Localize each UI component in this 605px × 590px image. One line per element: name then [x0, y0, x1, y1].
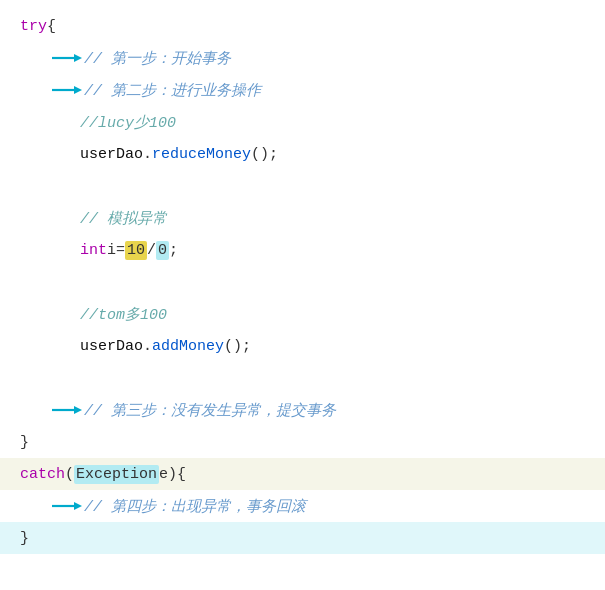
code-token: //tom多100	[80, 305, 167, 324]
line-blank2	[0, 266, 605, 298]
line-int: int i= 10/0;	[0, 234, 605, 266]
code-token: }	[20, 434, 29, 451]
code-block: try{ // 第一步：开始事务 // 第二步：进行业务操作//lucy少100…	[0, 0, 605, 590]
code-token: ;	[169, 242, 178, 259]
code-token: e){	[159, 466, 186, 483]
code-token: // 模拟异常	[80, 209, 167, 228]
code-token: addMoney	[152, 338, 224, 355]
arrow-icon	[50, 50, 84, 67]
line-tom-comment: //tom多100	[0, 298, 605, 330]
code-token: catch	[20, 466, 65, 483]
code-token: ();	[224, 338, 251, 355]
line-step4: // 第四步：出现异常，事务回滚	[0, 490, 605, 522]
line-blank3	[0, 362, 605, 394]
code-token: }	[20, 530, 29, 547]
line-step1: // 第一步：开始事务	[0, 42, 605, 74]
code-token: // 第四步：出现异常，事务回滚	[84, 497, 306, 516]
line-try: try{	[0, 10, 605, 42]
code-token: Exception	[74, 465, 159, 484]
line-reduce: userDao.reduceMoney();	[0, 138, 605, 170]
code-token: // 第三步：没有发生异常，提交事务	[84, 401, 336, 420]
svg-marker-7	[74, 502, 82, 510]
code-token: {	[47, 18, 56, 35]
code-token: userDao	[80, 146, 143, 163]
svg-marker-3	[74, 86, 82, 94]
line-lucy-comment: //lucy少100	[0, 106, 605, 138]
arrow-icon	[50, 498, 84, 515]
line-brace-close2: }	[0, 522, 605, 554]
code-token: userDao	[80, 338, 143, 355]
code-token: ();	[251, 146, 278, 163]
arrow-icon	[50, 82, 84, 99]
code-token: // 第一步：开始事务	[84, 49, 231, 68]
code-token: try	[20, 18, 47, 35]
line-catch: catch(Exception e){	[0, 458, 605, 490]
code-token: 0	[156, 241, 169, 260]
arrow-icon	[50, 402, 84, 419]
code-token: reduceMoney	[152, 146, 251, 163]
code-token: i=	[107, 242, 125, 259]
code-token: .	[143, 146, 152, 163]
code-token: /	[147, 242, 156, 259]
line-brace-close: }	[0, 426, 605, 458]
code-token: // 第二步：进行业务操作	[84, 81, 261, 100]
code-token: int	[80, 242, 107, 259]
svg-marker-1	[74, 54, 82, 62]
line-step2: // 第二步：进行业务操作	[0, 74, 605, 106]
code-token: .	[143, 338, 152, 355]
code-token: 10	[125, 241, 147, 260]
line-step3: // 第三步：没有发生异常，提交事务	[0, 394, 605, 426]
line-add: userDao.addMoney();	[0, 330, 605, 362]
code-token: //lucy少100	[80, 113, 176, 132]
code-token: (	[65, 466, 74, 483]
line-blank1	[0, 170, 605, 202]
line-sim-comment: // 模拟异常	[0, 202, 605, 234]
svg-marker-5	[74, 406, 82, 414]
